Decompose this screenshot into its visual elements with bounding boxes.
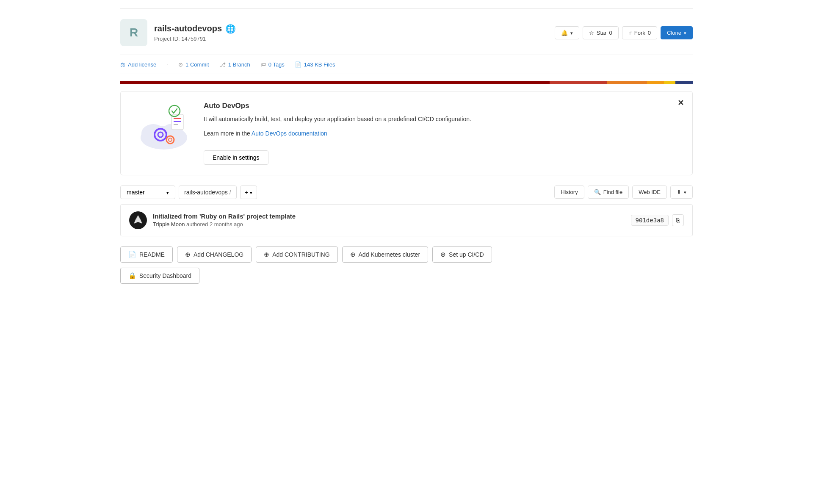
commits-link[interactable]: ⊙ 1 Commit bbox=[178, 61, 209, 68]
commit-icon: ⊙ bbox=[178, 61, 183, 68]
web-ide-button[interactable]: Web IDE bbox=[632, 186, 667, 199]
files-icon: 📄 bbox=[295, 61, 301, 68]
banner-close-button[interactable]: ✕ bbox=[678, 98, 684, 108]
pipeline-segment bbox=[550, 81, 607, 84]
project-avatar: R bbox=[120, 19, 147, 46]
commit-row: Initialized from 'Ruby on Rails' project… bbox=[120, 204, 693, 236]
project-title: rails-autodevops 🌐 bbox=[154, 24, 236, 34]
autodevops-illustration bbox=[134, 102, 194, 152]
file-toolbar-right: History 🔍 Find file Web IDE ⬇ bbox=[554, 186, 693, 199]
action-buttons: 📄README⊕Add CHANGELOG⊕Add CONTRIBUTING⊕A… bbox=[120, 246, 693, 263]
fork-button[interactable]: ⑂ Fork 0 bbox=[622, 26, 657, 39]
security-dashboard-row: 🔒 Security Dashboard bbox=[120, 268, 693, 284]
action-button-3[interactable]: ⊕Add Kubernetes cluster bbox=[342, 246, 429, 263]
visibility-icon: 🌐 bbox=[225, 24, 236, 34]
action-button-4[interactable]: ⊕Set up CI/CD bbox=[432, 246, 492, 263]
pipeline-segment bbox=[607, 81, 647, 84]
pipeline-bar bbox=[120, 81, 693, 84]
clone-button[interactable]: Clone bbox=[661, 26, 693, 39]
project-header: R rails-autodevops 🌐 Project ID: 1475979… bbox=[120, 12, 693, 55]
download-button[interactable]: ⬇ bbox=[670, 186, 693, 199]
action-icon-2: ⊕ bbox=[264, 251, 269, 258]
project-details: rails-autodevops 🌐 Project ID: 14759791 bbox=[154, 24, 236, 42]
branch-chevron bbox=[166, 189, 169, 196]
action-button-0[interactable]: 📄README bbox=[120, 246, 173, 263]
commit-info: Initialized from 'Ruby on Rails' project… bbox=[153, 213, 296, 227]
notifications-button[interactable]: 🔔 bbox=[555, 26, 579, 39]
banner-content: Auto DevOps It will automatically build,… bbox=[204, 102, 471, 165]
add-license-link[interactable]: ⚖ Add license bbox=[120, 61, 156, 68]
bell-icon: 🔔 bbox=[561, 30, 568, 36]
header-actions: 🔔 ☆ Star 0 ⑂ Fork 0 Clone bbox=[555, 26, 693, 39]
commit-hash: 901de3a8 bbox=[631, 215, 669, 226]
commit-author: Tripple Moon bbox=[153, 221, 185, 227]
copy-hash-button[interactable]: ⎘ bbox=[672, 214, 684, 226]
action-icon-4: ⊕ bbox=[440, 251, 446, 258]
add-chevron bbox=[250, 189, 252, 196]
tags-link[interactable]: 🏷 0 Tags bbox=[260, 61, 285, 68]
branches-link[interactable]: ⎇ 1 Branch bbox=[219, 61, 250, 68]
path-navigator: rails-autodevops / bbox=[179, 186, 237, 199]
search-icon: 🔍 bbox=[594, 189, 601, 195]
files-link[interactable]: 📄 143 KB Files bbox=[295, 61, 335, 68]
pipeline-segment bbox=[647, 81, 664, 84]
autodevops-description: It will automatically build, test, and d… bbox=[204, 114, 471, 124]
star-button[interactable]: ☆ Star 0 bbox=[583, 26, 619, 39]
commit-message: Initialized from 'Ruby on Rails' project… bbox=[153, 213, 296, 220]
license-icon: ⚖ bbox=[120, 61, 125, 68]
project-info-left: R rails-autodevops 🌐 Project ID: 1475979… bbox=[120, 19, 236, 46]
autodevops-learn-more: Learn more in the Auto DevOps documentat… bbox=[204, 129, 471, 138]
pipeline-segment bbox=[664, 81, 675, 84]
commit-meta: Tripple Moon authored 2 months ago bbox=[153, 221, 296, 227]
fork-icon: ⑂ bbox=[628, 30, 632, 36]
autodevops-banner: ✕ bbox=[120, 91, 693, 175]
copy-icon: ⎘ bbox=[676, 217, 680, 224]
commit-right: 901de3a8 ⎘ bbox=[631, 214, 684, 226]
action-button-2[interactable]: ⊕Add CONTRIBUTING bbox=[256, 246, 337, 263]
action-icon-3: ⊕ bbox=[350, 251, 356, 258]
download-icon: ⬇ bbox=[677, 189, 681, 195]
autodevops-title: Auto DevOps bbox=[204, 102, 471, 110]
history-button[interactable]: History bbox=[554, 186, 584, 199]
tag-icon: 🏷 bbox=[260, 61, 266, 68]
clone-chevron bbox=[684, 30, 686, 36]
stats-bar: ⚖ Add license · ⊙ 1 Commit ⎇ 1 Branch 🏷 … bbox=[120, 55, 693, 74]
commit-avatar bbox=[129, 211, 147, 229]
project-id: Project ID: 14759791 bbox=[154, 36, 236, 42]
pipeline-segment bbox=[675, 81, 693, 84]
notifications-chevron bbox=[570, 30, 573, 36]
branch-selector[interactable]: master bbox=[120, 186, 175, 199]
add-new-button[interactable]: + bbox=[240, 186, 257, 199]
download-chevron bbox=[684, 189, 686, 195]
action-button-1[interactable]: ⊕Add CHANGELOG bbox=[177, 246, 252, 263]
commit-left: Initialized from 'Ruby on Rails' project… bbox=[129, 211, 296, 229]
find-file-button[interactable]: 🔍 Find file bbox=[588, 186, 629, 199]
file-toolbar-left: master rails-autodevops / + bbox=[120, 186, 257, 199]
branch-icon: ⎇ bbox=[219, 61, 226, 68]
lock-icon: 🔒 bbox=[128, 272, 136, 280]
security-dashboard-button[interactable]: 🔒 Security Dashboard bbox=[120, 268, 199, 284]
branch-label: master bbox=[127, 189, 145, 196]
plus-icon: + bbox=[245, 189, 248, 196]
action-icon-0: 📄 bbox=[128, 251, 136, 258]
action-icon-1: ⊕ bbox=[185, 251, 191, 258]
file-toolbar: master rails-autodevops / + History 🔍 Fi… bbox=[120, 186, 693, 199]
autodevops-docs-link[interactable]: Auto DevOps documentation bbox=[252, 130, 327, 137]
star-icon: ☆ bbox=[589, 30, 594, 36]
pipeline-segment bbox=[120, 81, 550, 84]
enable-settings-button[interactable]: Enable in settings bbox=[204, 150, 268, 165]
